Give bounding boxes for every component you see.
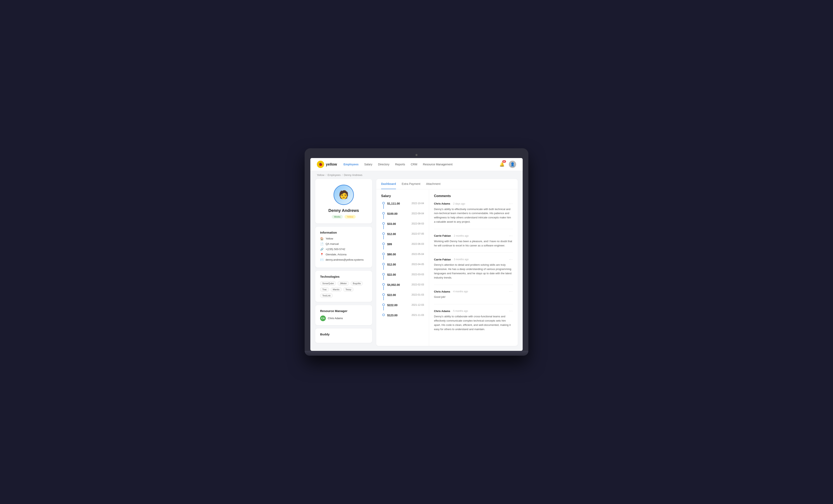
comment-3-meta: Chris Adams · 4 months ago [434, 290, 468, 293]
salary-item-6: $12.002022-04-05 [382, 263, 424, 270]
nav-employees[interactable]: Employees [343, 162, 359, 167]
info-phone-text: +(235) 500-5742 [326, 248, 345, 251]
tab-content: Salary $1,111.002022-10-04 $100.002022-0… [376, 189, 518, 346]
timeline-dot-3 [382, 232, 385, 235]
comment-4-header: Chris Adams · 5 months ago ··· [434, 309, 513, 313]
timeline-dot-6 [382, 263, 385, 265]
comment-0-time: · 2 days ago [452, 202, 465, 205]
info-doc: 📄 QA manual [320, 242, 367, 246]
salary-title: Salary [381, 194, 424, 198]
timeline-dot-7 [382, 273, 385, 275]
notification-badge: 99 [502, 160, 506, 163]
tag-yellow: Yellow [344, 215, 356, 219]
tab-attachment[interactable]: Attachment [426, 179, 441, 189]
comment-0: Chris Adams · 2 days ago ··· Denny's abi… [434, 202, 513, 229]
home-icon: 🏠 [320, 237, 324, 240]
salary-section: Salary $1,111.002022-10-04 $100.002022-0… [376, 189, 429, 346]
comment-4-menu[interactable]: ··· [509, 309, 513, 313]
nav-resource[interactable]: Resource Management [423, 162, 453, 167]
doc-icon: 📄 [320, 242, 324, 246]
info-email-text: denny.andrews@yellow.systems [326, 258, 364, 261]
comment-4-text: Denny's ability to collaborate with cros… [434, 314, 513, 331]
salary-item-1: $100.002022-09-04 [382, 212, 424, 219]
timeline-dot-11 [382, 314, 385, 316]
comment-1-time: · 2 months ago [452, 234, 469, 237]
info-email: ✉️ denny.andrews@yellow.systems [320, 258, 367, 261]
nav-salary[interactable]: Salary [364, 162, 372, 167]
tech-mantis: Mantis [331, 287, 342, 292]
comment-2-text: Denny's attention to detail and problem-… [434, 263, 513, 280]
tab-extra-payment[interactable]: Extra Payment [402, 179, 420, 189]
laptop-base [305, 351, 528, 356]
information-title: Information [320, 231, 367, 234]
tech-tags: SonarQube JMeter Bugzilla Trac Mantis Te… [320, 281, 367, 298]
tech-sonarqube: SonarQube [320, 281, 336, 286]
info-phone: 🔗 +(235) 500-5742 [320, 248, 367, 251]
breadcrumb-current: Denny Andrews [344, 174, 362, 177]
phone-icon: 🔗 [320, 248, 324, 251]
tech-trac: Trac [320, 287, 329, 292]
comment-1-menu[interactable]: ··· [509, 234, 513, 238]
salary-item-9: $22.002022-01-03 [382, 293, 424, 300]
breadcrumb-employees[interactable]: Employees [328, 174, 341, 177]
buddy-title: Buddy [320, 332, 367, 336]
tab-dashboard[interactable]: Dashboard [381, 179, 396, 189]
salary-item-11: $123.002021-11-03 [382, 314, 424, 317]
resource-manager-card: Resource Manager CA Chris Adams [315, 305, 372, 325]
salary-item-10: $222.002021-12-03 [382, 303, 424, 310]
info-location-text: Glendale, Arizona [326, 253, 347, 256]
location-icon: 📍 [320, 253, 324, 256]
info-company: 🏠 Yellow [320, 237, 367, 240]
timeline-dot-2 [382, 222, 385, 225]
avatar: 🧑 [334, 185, 354, 205]
salary-item-4: $992022-06-03 [382, 243, 424, 249]
laptop-camera [415, 154, 418, 156]
nav-links: Employees Salary Directory Reports CRM R… [343, 162, 492, 167]
nav-crm[interactable]: CRM [411, 162, 417, 167]
resource-avatar: CA [320, 316, 326, 321]
user-avatar[interactable]: 👤 [509, 161, 516, 168]
technologies-title: Technologies [320, 275, 367, 278]
logo-icon: 🐞 [317, 161, 324, 168]
comment-3: Chris Adams · 4 months ago ··· Good job! [434, 290, 513, 304]
salary-item-3: $12.002022-07-05 [382, 232, 424, 239]
nav-reports[interactable]: Reports [395, 162, 405, 167]
comment-2-time: · 3 months ago [452, 258, 469, 261]
resource-row: CA Chris Adams [320, 316, 367, 321]
comment-2-author: Carrie Fabian [434, 258, 451, 261]
buddy-card: Buddy [315, 328, 372, 343]
comment-3-menu[interactable]: ··· [509, 290, 513, 293]
profile-card: 🧑 Denny Andrews Works Yellow [315, 179, 372, 224]
comment-0-menu[interactable]: ··· [509, 202, 513, 206]
timeline-dot-9 [382, 293, 385, 296]
breadcrumb-yellow[interactable]: Yellow [317, 174, 324, 177]
resource-name: Chris Adams [328, 317, 343, 320]
comment-0-author: Chris Adams [434, 202, 450, 205]
salary-item-2: $33.002022-08-03 [382, 222, 424, 229]
comment-0-header: Chris Adams · 2 days ago ··· [434, 202, 513, 206]
comment-2-menu[interactable]: ··· [509, 258, 513, 261]
comment-4-meta: Chris Adams · 5 months ago [434, 309, 468, 313]
logo[interactable]: 🐞 yellow [317, 161, 337, 168]
timeline-dot-0 [382, 202, 385, 204]
email-icon: ✉️ [320, 258, 324, 261]
comment-4-time: · 5 months ago [452, 309, 468, 312]
info-doc-text: QA manual [326, 242, 339, 245]
comments-section: Comments Chris Adams · 2 days ago ··· [429, 189, 518, 346]
salary-item-0: $1,111.002022-10-04 [382, 202, 424, 209]
comment-1: Carrie Fabian · 2 months ago ··· Working… [434, 234, 513, 253]
timeline-dot-1 [382, 212, 385, 215]
avatar-wrapper: 🧑 [334, 185, 354, 205]
nav-directory[interactable]: Directory [378, 162, 389, 167]
resource-manager-title: Resource Manager [320, 309, 367, 313]
notification-button[interactable]: 🔔 99 [498, 161, 505, 168]
navbar: 🐞 yellow Employees Salary Directory Repo… [310, 158, 523, 171]
comment-1-meta: Carrie Fabian · 2 months ago [434, 234, 469, 237]
salary-item-8: $4,002.002022-02-03 [382, 283, 424, 290]
comment-3-header: Chris Adams · 4 months ago ··· [434, 290, 513, 293]
nav-right: 🔔 99 👤 [498, 161, 516, 168]
tech-jmeter: JMeter [338, 281, 349, 286]
salary-item-7: $22.002022-03-03 [382, 273, 424, 280]
comment-2-header: Carrie Fabian · 3 months ago ··· [434, 258, 513, 261]
comment-0-text: Denny's ability to effectively communica… [434, 207, 513, 224]
